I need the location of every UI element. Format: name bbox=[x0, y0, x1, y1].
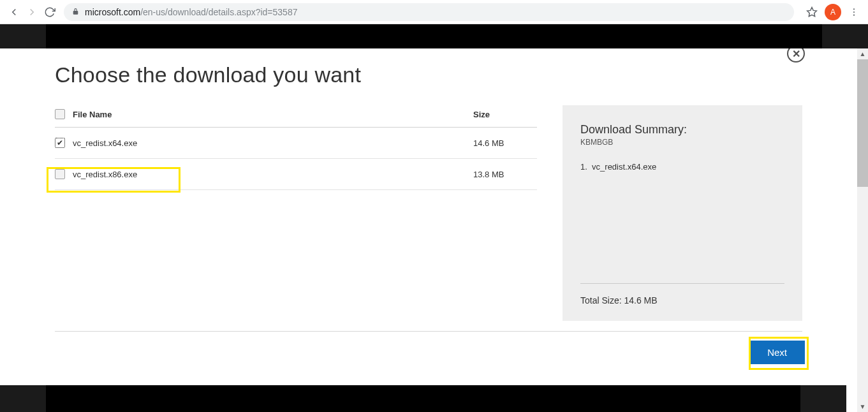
address-bar[interactable]: microsoft.com/en-us/download/details.asp… bbox=[64, 3, 794, 21]
file-checkbox[interactable] bbox=[55, 169, 65, 179]
total-value: 14.6 MB bbox=[624, 295, 657, 305]
svg-point-1 bbox=[853, 8, 855, 10]
table-row[interactable]: vc_redist.x86.exe 13.8 MB bbox=[55, 159, 537, 190]
table-row[interactable]: ✔ vc_redist.x64.exe 14.6 MB bbox=[55, 128, 537, 159]
svg-point-3 bbox=[853, 14, 855, 15]
profile-avatar[interactable]: A bbox=[825, 4, 841, 20]
column-file-name: File Name bbox=[73, 110, 473, 119]
table-header: File Name Size bbox=[55, 105, 537, 128]
check-icon: ✔ bbox=[57, 138, 63, 147]
bookmark-star-icon[interactable] bbox=[803, 3, 821, 21]
svg-point-2 bbox=[853, 11, 855, 12]
file-checkbox[interactable]: ✔ bbox=[55, 138, 65, 148]
lock-icon bbox=[71, 8, 80, 16]
summary-units: KBMBGB bbox=[580, 138, 784, 147]
page-viewport: ✕ Choose the download you want File Name… bbox=[0, 48, 868, 412]
url-path: /en-us/download/details.aspx?id=53587 bbox=[140, 7, 297, 17]
total-label: Total Size: bbox=[580, 295, 622, 305]
back-button[interactable] bbox=[5, 3, 23, 21]
browser-toolbar: microsoft.com/en-us/download/details.asp… bbox=[0, 0, 868, 24]
summary-list: 1. vc_redist.x64.exe bbox=[580, 162, 784, 172]
dialog-bottom-divider bbox=[55, 331, 802, 332]
file-size: 14.6 MB bbox=[473, 138, 537, 148]
column-size: Size bbox=[473, 110, 537, 119]
scroll-thumb[interactable] bbox=[857, 59, 868, 187]
reload-button[interactable] bbox=[41, 3, 59, 21]
file-list: File Name Size ✔ vc_redist.x64.exe 14.6 … bbox=[55, 105, 537, 321]
file-name: vc_redist.x64.exe bbox=[73, 138, 473, 148]
page-content: ✕ Choose the download you want File Name… bbox=[0, 48, 857, 412]
summary-total: Total Size: 14.6 MB bbox=[580, 295, 784, 305]
svg-marker-0 bbox=[807, 7, 817, 16]
site-header-strip bbox=[0, 24, 868, 48]
summary-item-name: vc_redist.x64.exe bbox=[592, 162, 656, 172]
site-footer bbox=[0, 385, 846, 412]
next-button[interactable]: Next bbox=[749, 341, 805, 364]
summary-divider bbox=[580, 283, 784, 284]
dialog-title: Choose the download you want bbox=[55, 63, 857, 87]
file-name: vc_redist.x86.exe bbox=[73, 170, 473, 179]
summary-item-index: 1. bbox=[580, 162, 587, 172]
scroll-up-button[interactable]: ▲ bbox=[857, 48, 868, 59]
scroll-down-button[interactable]: ▼ bbox=[857, 401, 868, 412]
download-summary-panel: Download Summary: KBMBGB 1. vc_redist.x6… bbox=[563, 105, 802, 321]
summary-title: Download Summary: bbox=[580, 123, 784, 136]
forward-button[interactable] bbox=[23, 3, 41, 21]
select-all-checkbox[interactable] bbox=[55, 109, 65, 119]
browser-menu-button[interactable] bbox=[845, 3, 863, 21]
file-size: 13.8 MB bbox=[473, 170, 537, 179]
vertical-scrollbar[interactable]: ▲ ▼ bbox=[857, 48, 868, 412]
close-dialog-button[interactable]: ✕ bbox=[787, 48, 805, 63]
url-host: microsoft.com bbox=[85, 7, 140, 17]
avatar-initial: A bbox=[830, 8, 835, 17]
